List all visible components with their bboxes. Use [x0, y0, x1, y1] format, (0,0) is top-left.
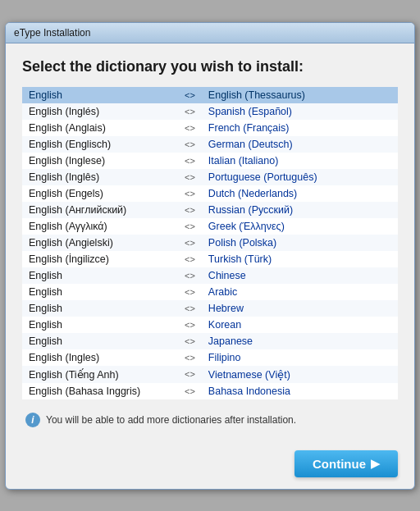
table-row[interactable]: English<>English (Thessaurus): [22, 87, 398, 103]
dict-right-lang: Greek (Έλληνες): [202, 218, 398, 235]
dict-arrow-icon: <>: [178, 300, 202, 317]
dict-arrow-icon: <>: [178, 169, 202, 185]
dict-right-lang: Turkish (Türk): [202, 251, 398, 267]
dict-arrow-icon: <>: [178, 235, 202, 251]
dict-right-lang: Italian (Italiano): [202, 153, 398, 169]
dict-left-lang: English (Englisch): [22, 136, 178, 153]
dict-arrow-icon: <>: [178, 267, 202, 284]
dict-left-lang: English (Inglês): [22, 169, 178, 185]
dict-right-lang: Portuguese (Português): [202, 169, 398, 185]
continue-label: Continue: [313, 457, 366, 471]
continue-button[interactable]: Continue ▶: [294, 450, 398, 477]
dict-right-lang: Russian (Русский): [202, 202, 398, 218]
dict-left-lang: English (Engels): [22, 185, 178, 202]
dict-arrow-icon: <>: [178, 333, 202, 349]
dict-right-lang: Arabic: [202, 284, 398, 300]
dict-arrow-icon: <>: [178, 185, 202, 202]
dict-left-lang: English (Tiếng Anh): [22, 366, 178, 383]
dict-left-lang: English (Anglais): [22, 120, 178, 136]
continue-arrow-icon: ▶: [371, 457, 380, 470]
table-row[interactable]: English (İngilizce)<>Turkish (Türk): [22, 251, 398, 267]
dict-arrow-icon: <>: [178, 218, 202, 235]
dict-left-lang: English: [22, 284, 178, 300]
dict-left-lang: English: [22, 333, 178, 349]
dict-right-lang: Filipino: [202, 349, 398, 366]
window-title: eType Installation: [14, 27, 90, 39]
dict-left-lang: English (Английский): [22, 202, 178, 218]
dict-left-lang: English (Ingles): [22, 349, 178, 366]
dict-right-lang: Bahasa Indonesia: [202, 383, 398, 399]
dict-right-lang: Dutch (Nederlands): [202, 185, 398, 202]
dict-left-lang: English (Inglese): [22, 153, 178, 169]
dict-right-lang: Spanish (Español): [202, 103, 398, 120]
dict-arrow-icon: <>: [178, 103, 202, 120]
dict-right-lang: Vietnamese (Việt): [202, 366, 398, 383]
dictionary-table: English<>English (Thessaurus)English (In…: [22, 87, 398, 399]
dict-right-lang: Korean: [202, 317, 398, 333]
table-row[interactable]: English<>Hebrew: [22, 300, 398, 317]
table-row[interactable]: English (Ingles)<>Filipino: [22, 349, 398, 366]
table-row[interactable]: English (Bahasa Inggris)<>Bahasa Indones…: [22, 383, 398, 399]
dict-arrow-icon: <>: [178, 87, 202, 103]
dict-left-lang: English (Inglés): [22, 103, 178, 120]
info-bar: i You will be able to add more dictionar…: [22, 408, 398, 432]
table-row[interactable]: English<>Arabic: [22, 284, 398, 300]
dict-arrow-icon: <>: [178, 120, 202, 136]
dict-right-lang: Chinese: [202, 267, 398, 284]
dict-right-lang: German (Deutsch): [202, 136, 398, 153]
dict-left-lang: English (Αγγλικά): [22, 218, 178, 235]
dict-left-lang: English (Angielski): [22, 235, 178, 251]
table-row[interactable]: English (Английский)<>Russian (Русский): [22, 202, 398, 218]
footer: Continue ▶: [6, 444, 414, 489]
table-row[interactable]: English (Englisch)<>German (Deutsch): [22, 136, 398, 153]
table-row[interactable]: English (Anglais)<>French (Français): [22, 120, 398, 136]
dict-arrow-icon: <>: [178, 202, 202, 218]
info-text: You will be able to add more dictionarie…: [46, 414, 296, 426]
app-window: eType Installation Select the dictionary…: [5, 22, 415, 490]
page-heading: Select the dictionary you wish to instal…: [22, 58, 398, 75]
dict-arrow-icon: <>: [178, 284, 202, 300]
table-row[interactable]: English (Inglese)<>Italian (Italiano): [22, 153, 398, 169]
dict-arrow-icon: <>: [178, 136, 202, 153]
dict-arrow-icon: <>: [178, 383, 202, 399]
table-row[interactable]: English (Αγγλικά)<>Greek (Έλληνες): [22, 218, 398, 235]
dict-right-lang: French (Français): [202, 120, 398, 136]
titlebar: eType Installation: [6, 23, 414, 43]
dict-arrow-icon: <>: [178, 251, 202, 267]
dict-left-lang: English: [22, 87, 178, 103]
main-content: Select the dictionary you wish to instal…: [6, 43, 414, 444]
table-row[interactable]: English<>Korean: [22, 317, 398, 333]
dict-arrow-icon: <>: [178, 349, 202, 366]
dict-left-lang: English (İngilizce): [22, 251, 178, 267]
table-row[interactable]: English (Engels)<>Dutch (Nederlands): [22, 185, 398, 202]
table-row[interactable]: English (Angielski)<>Polish (Polska): [22, 235, 398, 251]
dict-right-lang: English (Thessaurus): [202, 87, 398, 103]
dict-left-lang: English: [22, 267, 178, 284]
table-row[interactable]: English<>Japanese: [22, 333, 398, 349]
table-row[interactable]: English<>Chinese: [22, 267, 398, 284]
dict-right-lang: Hebrew: [202, 300, 398, 317]
info-icon: i: [25, 413, 40, 427]
dict-arrow-icon: <>: [178, 366, 202, 383]
table-row[interactable]: English (Inglés)<>Spanish (Español): [22, 103, 398, 120]
table-row[interactable]: English (Inglês)<>Portuguese (Português): [22, 169, 398, 185]
dict-left-lang: English: [22, 300, 178, 317]
dict-arrow-icon: <>: [178, 153, 202, 169]
dict-right-lang: Japanese: [202, 333, 398, 349]
dict-arrow-icon: <>: [178, 317, 202, 333]
table-row[interactable]: English (Tiếng Anh)<>Vietnamese (Việt): [22, 366, 398, 383]
dict-right-lang: Polish (Polska): [202, 235, 398, 251]
dict-left-lang: English (Bahasa Inggris): [22, 383, 178, 399]
dict-left-lang: English: [22, 317, 178, 333]
